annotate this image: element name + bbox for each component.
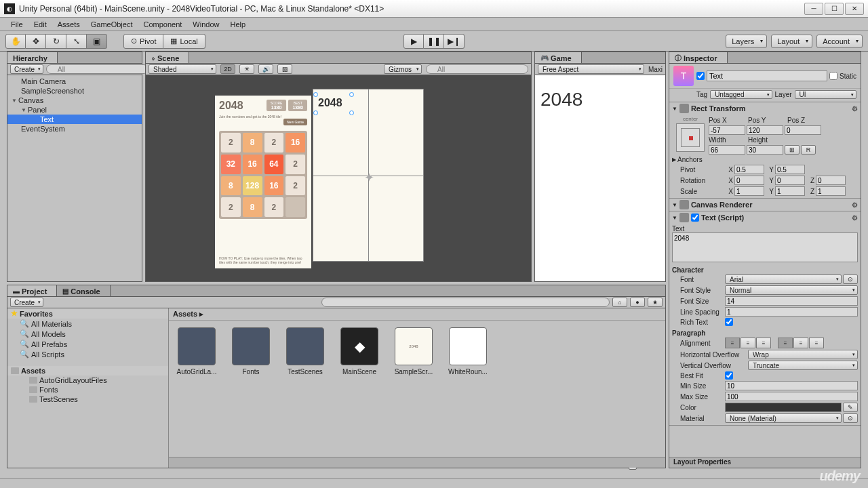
resize-handle[interactable] — [313, 92, 318, 97]
active-checkbox[interactable] — [696, 72, 705, 80]
menu-assets[interactable]: Assets — [54, 19, 84, 30]
align-bottom-button[interactable]: ≡ — [809, 338, 824, 348]
audio-toggle-button[interactable]: 🔊 — [258, 64, 273, 74]
height-input[interactable] — [747, 145, 783, 155]
favorite-item[interactable]: 🔍All Scripts — [7, 349, 168, 359]
richtext-checkbox[interactable] — [725, 318, 733, 326]
menu-edit[interactable]: Edit — [30, 19, 51, 30]
rect-transform-header[interactable]: ▼Rect Transform⚙ — [669, 102, 861, 115]
play-button[interactable]: ▶ — [403, 34, 424, 49]
resize-handle[interactable] — [349, 92, 354, 97]
favorite-item[interactable]: 🔍All Materials — [7, 319, 168, 329]
linespacing-input[interactable] — [725, 307, 858, 317]
anchor-preset-button[interactable] — [676, 123, 705, 152]
shading-dropdown[interactable]: Shaded — [149, 64, 216, 74]
folder-item[interactable]: AutoGridLayoutFiles — [7, 375, 168, 385]
static-checkbox[interactable] — [829, 72, 837, 80]
project-search-input[interactable] — [321, 298, 610, 307]
lighting-toggle-button[interactable]: ☀ — [239, 64, 254, 74]
font-picker-button[interactable]: ⊙ — [843, 274, 858, 284]
favorite-item[interactable]: 🔍All Models — [7, 329, 168, 339]
menu-window[interactable]: Window — [189, 19, 223, 30]
asset-item[interactable]: AutoGridLa... — [176, 327, 218, 375]
search-filter-button[interactable]: ● — [630, 298, 645, 307]
canvas-renderer-header[interactable]: ▼Canvas Renderer⚙ — [669, 199, 861, 211]
tag-dropdown[interactable]: Untagged — [710, 90, 772, 99]
hierarchy-item[interactable]: EventSystem — [7, 124, 142, 134]
blueprint-button[interactable]: ⊞ — [785, 145, 800, 155]
pivot-x-input[interactable] — [734, 165, 764, 174]
favorites-header[interactable]: ▼★Favorites — [7, 308, 168, 319]
asset-item[interactable]: ◆MainScene — [338, 327, 380, 375]
minsize-input[interactable] — [725, 381, 858, 390]
posz-input[interactable] — [785, 125, 821, 135]
bestfit-checkbox[interactable] — [725, 371, 733, 380]
menu-gameobject[interactable]: GameObject — [87, 19, 137, 30]
resize-handle[interactable] — [349, 110, 354, 115]
hierarchy-create-dropdown[interactable]: Create — [10, 64, 43, 74]
align-middle-button[interactable]: ≡ — [793, 338, 808, 348]
align-top-button[interactable]: ≡ — [778, 338, 793, 348]
pivot-y-input[interactable] — [775, 165, 805, 174]
h-overflow-dropdown[interactable]: Wrap — [748, 350, 858, 359]
project-create-dropdown[interactable]: Create — [10, 298, 43, 307]
scale-y-input[interactable] — [775, 186, 805, 196]
align-right-button[interactable]: ≡ — [756, 338, 771, 348]
hierarchy-item[interactable]: ▼Canvas — [7, 96, 142, 105]
gear-icon[interactable]: ⚙ — [852, 201, 858, 209]
expand-icon[interactable]: ▼ — [21, 107, 26, 113]
rect-tool-button[interactable]: ▣ — [87, 34, 107, 49]
fx-toggle-button[interactable]: ▧ — [277, 64, 292, 74]
hierarchy-item[interactable]: SampleScreenshot — [7, 86, 142, 96]
local-button[interactable]: ▦Local — [163, 34, 205, 49]
assets-header[interactable]: ▼Assets — [7, 366, 168, 375]
search-filter-button[interactable]: ★ — [648, 298, 663, 307]
tab-game[interactable]: 🎮Game — [535, 52, 582, 63]
folder-item[interactable]: TestScenes — [7, 394, 168, 404]
gear-icon[interactable]: ⚙ — [852, 105, 858, 113]
scale-z-input[interactable] — [816, 186, 846, 196]
layers-dropdown[interactable]: Layers — [726, 35, 767, 48]
v-overflow-dropdown[interactable]: Truncate — [748, 361, 858, 370]
asset-item[interactable]: Fonts — [230, 327, 272, 375]
font-dropdown[interactable]: Arial — [725, 274, 842, 284]
step-button[interactable]: ▶❙ — [444, 34, 465, 49]
gameobject-name-input[interactable] — [707, 70, 827, 81]
menu-help[interactable]: Help — [226, 19, 250, 30]
asset-item[interactable]: TestScenes — [284, 327, 326, 375]
close-button[interactable]: ✕ — [845, 3, 864, 15]
align-left-button[interactable]: ≡ — [725, 338, 740, 348]
layer-dropdown[interactable]: UI — [795, 90, 856, 99]
hierarchy-item[interactable]: Main Camera — [7, 77, 142, 86]
rotate-tool-button[interactable]: ↻ — [46, 34, 66, 49]
gizmos-dropdown[interactable]: Gizmos — [384, 64, 422, 74]
tab-hierarchy[interactable]: Hierarchy — [7, 52, 58, 63]
posy-input[interactable] — [747, 125, 783, 135]
tab-inspector[interactable]: ⓘInspector — [669, 52, 728, 63]
tab-project[interactable]: ▬Project — [7, 285, 57, 296]
breadcrumb[interactable]: Assets ▸ — [169, 308, 665, 321]
favorite-item[interactable]: 🔍All Prefabs — [7, 339, 168, 349]
posx-input[interactable] — [709, 125, 745, 135]
folder-item[interactable]: Fonts — [7, 385, 168, 394]
width-input[interactable] — [709, 145, 745, 155]
pause-button[interactable]: ❚❚ — [424, 34, 444, 49]
hierarchy-search-input[interactable] — [46, 64, 149, 74]
scene-search-input[interactable] — [426, 64, 528, 74]
aspect-dropdown[interactable]: Free Aspect — [538, 64, 644, 74]
search-filter-button[interactable]: ⌂ — [612, 298, 627, 307]
menu-file[interactable]: File — [7, 19, 27, 30]
asset-item[interactable]: 2048SampleScr... — [393, 327, 435, 375]
account-dropdown[interactable]: Account — [816, 35, 863, 48]
material-picker-button[interactable]: ⊙ — [843, 413, 858, 423]
2d-toggle-button[interactable]: 2D — [220, 64, 235, 74]
expand-icon[interactable]: ▼ — [12, 98, 17, 104]
hand-tool-button[interactable]: ✋ — [5, 34, 26, 49]
hierarchy-item-selected[interactable]: Text — [7, 115, 142, 124]
fontstyle-dropdown[interactable]: Normal — [725, 285, 858, 295]
rot-x-input[interactable] — [734, 176, 764, 185]
menu-component[interactable]: Component — [139, 19, 186, 30]
hierarchy-item[interactable]: ▼Panel — [7, 105, 142, 115]
scale-tool-button[interactable]: ⤡ — [66, 34, 87, 49]
material-dropdown[interactable]: None (Material) — [725, 413, 842, 423]
